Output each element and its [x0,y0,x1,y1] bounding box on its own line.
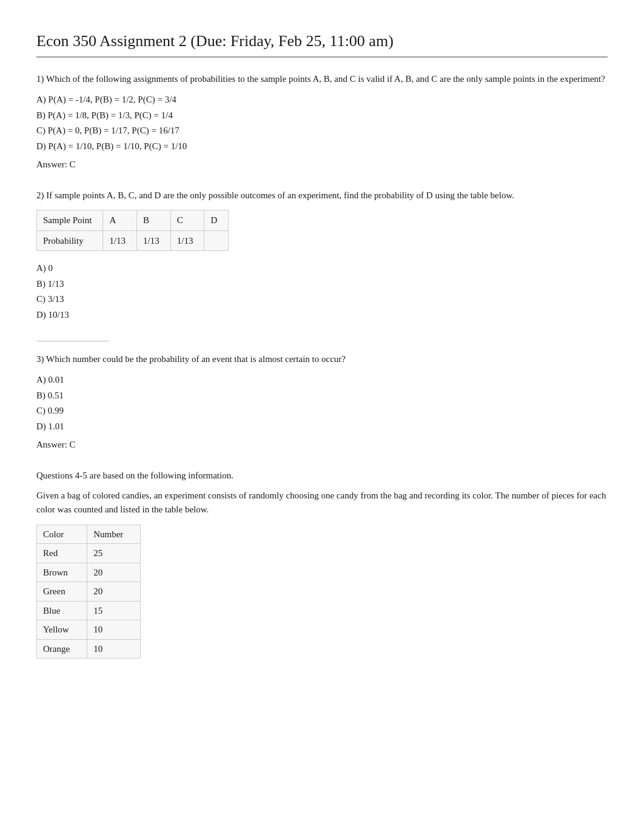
col-header-b: B [137,210,171,231]
table-header-row: Sample Point A B C D [37,210,229,231]
choice-3d: D) 1.01 [36,419,608,435]
table-data-row: Probability 1/13 1/13 1/13 [37,230,229,251]
choice-2b: B) 1/13 [36,277,608,292]
choice-3a: A) 0.01 [36,372,608,388]
candy-number-blue: 15 [87,601,141,620]
candy-row-brown: Brown 20 [37,563,141,582]
candy-color-yellow: Yellow [37,620,87,640]
col-header-samplepoint: Sample Point [37,210,103,231]
question-2-choices: A) 0 B) 1/13 C) 3/13 D) 10/13 [36,261,608,323]
choice-2a: A) 0 [36,261,608,277]
page-title: Econ 350 Assignment 2 (Due: Friday, Feb … [36,29,608,58]
questions-4-5-intro: Questions 4-5 are based on the following… [36,469,608,483]
row-label-probability: Probability [37,230,103,251]
col-header-c: C [170,210,204,231]
question-1: 1) Which of the following assignments of… [36,72,608,172]
col-header-a: A [103,210,137,231]
candy-number-yellow: 10 [87,620,141,640]
choice-1b: B) P(A) = 1/8, P(B) = 1/3, P(C) = 1/4 [36,108,608,124]
candy-number-brown: 20 [87,563,141,582]
question-1-choices: A) P(A) = -1/4, P(B) = 1/2, P(C) = 3/4 B… [36,92,608,154]
candy-row-orange: Orange 10 [37,639,141,659]
question-2-text: 2) If sample points A, B, C, and D are t… [36,189,608,203]
candy-row-yellow: Yellow 10 [37,620,141,640]
choice-3c: C) 0.99 [36,403,608,419]
prob-d [204,230,229,251]
question-3: 3) Which number could be the probability… [36,352,608,452]
questions-4-5-block: Questions 4-5 are based on the following… [36,469,608,659]
candy-color-orange: Orange [37,639,87,659]
question-3-choices: A) 0.01 B) 0.51 C) 0.99 D) 1.01 [36,372,608,434]
candy-color-red: Red [37,544,87,563]
candy-color-table: Color Number Red 25 Brown 20 Green 20 Bl… [36,525,141,659]
question-2: 2) If sample points A, B, C, and D are t… [36,189,608,323]
candy-color-brown: Brown [37,563,87,582]
question-3-text: 3) Which number could be the probability… [36,352,608,366]
question-1-text: 1) Which of the following assignments of… [36,72,608,86]
candy-col-color: Color [37,525,87,544]
question-1-answer: Answer: C [36,158,608,172]
prob-c: 1/13 [170,230,204,251]
prob-a: 1/13 [103,230,137,251]
candy-number-green: 20 [87,582,141,602]
question-3-answer: Answer: C [36,438,608,452]
choice-1a: A) P(A) = -1/4, P(B) = 1/2, P(C) = 3/4 [36,92,608,108]
candy-number-red: 25 [87,544,141,563]
col-header-d: D [204,210,229,231]
candy-color-green: Green [37,582,87,602]
choice-2d: D) 10/13 [36,307,608,323]
candy-table-header-row: Color Number [37,525,141,544]
choice-1c: C) P(A) = 0, P(B) = 1/17, P(C) = 16/17 [36,123,608,139]
sample-point-table: Sample Point A B C D Probability 1/13 1/… [36,210,229,251]
choice-2c: C) 3/13 [36,292,608,307]
questions-4-5-context: Given a bag of colored candies, an exper… [36,489,608,517]
candy-col-number: Number [87,525,141,544]
prob-b: 1/13 [137,230,171,251]
choice-1d: D) P(A) = 1/10, P(B) = 1/10, P(C) = 1/10 [36,139,608,155]
candy-number-orange: 10 [87,639,141,659]
candy-color-blue: Blue [37,601,87,620]
candy-row-blue: Blue 15 [37,601,141,620]
section-divider [36,341,109,341]
choice-3b: B) 0.51 [36,388,608,404]
candy-row-red: Red 25 [37,544,141,563]
candy-row-green: Green 20 [37,582,141,602]
